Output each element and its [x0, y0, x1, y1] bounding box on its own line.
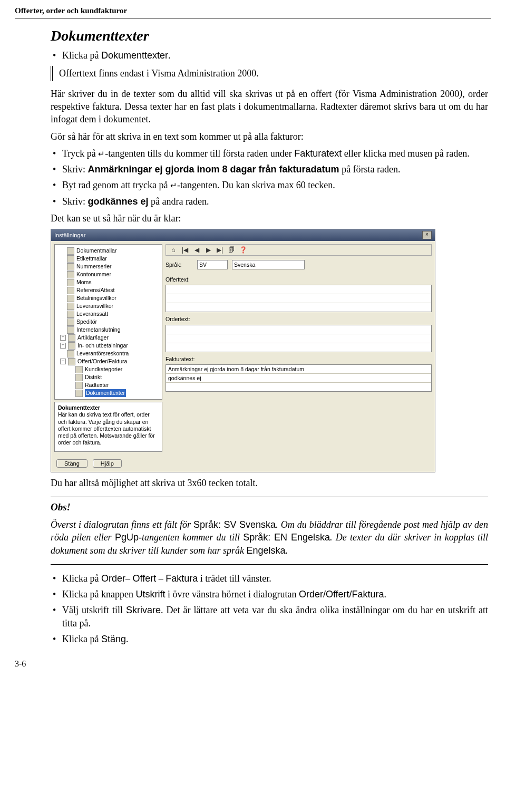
tree-item[interactable]: Leveransvillkor [57, 302, 160, 310]
folder-icon [75, 366, 83, 373]
enter-key-icon: ↵ [98, 149, 105, 158]
tree-item[interactable]: Kontonummer [57, 270, 160, 278]
ui-text: Faktura [166, 573, 198, 584]
close-icon[interactable]: × [422, 231, 432, 239]
folder-icon [75, 382, 83, 389]
fakturatext-row[interactable] [166, 383, 431, 391]
collapse-toggle[interactable]: − [60, 359, 66, 364]
callout-text: Offerttext finns endast i Visma Administ… [59, 68, 259, 79]
help-icon[interactable]: ❓ [239, 246, 247, 254]
language-name-field[interactable]: Svenska [232, 260, 305, 269]
offerttext-label: Offerttext: [166, 276, 432, 283]
content: Dokumenttexter Klicka på Dokumenttexter.… [15, 26, 491, 645]
text: -tangenten. Du kan skriva max 60 tecken. [177, 180, 335, 190]
ui-text: Offert [132, 573, 156, 584]
running-header: Offerter, order och kundfakturor [15, 0, 491, 18]
tree-item-selected[interactable]: Dokumenttexter [65, 389, 160, 397]
ui-text: Språk: SV Svenska [193, 519, 276, 530]
language-code-field[interactable]: SV [197, 260, 228, 269]
bullet-click-dokumenttexter: Klicka på Dokumenttexter. [51, 49, 488, 62]
step-write-line2: Skriv: godkännes ej på andra raden. [51, 195, 488, 208]
ui-text: Engelska [246, 545, 285, 556]
fakturatext-row[interactable]: Anmärkningar ej gjorda inom 8 dagar från… [166, 365, 431, 374]
tree-item[interactable]: Moms [57, 278, 160, 286]
text: eller klicka med musen på raden. [342, 148, 469, 159]
text: i övre vänstra hörnet i dialogrutan [165, 589, 298, 600]
copy-icon[interactable]: 🗐 [227, 246, 236, 254]
tree-item[interactable]: Speditör [57, 318, 160, 326]
user-input-text: Anmärkningar ej gjorda inom 8 dagar från… [88, 164, 339, 175]
ui-text: Utskrift [135, 589, 165, 600]
fakturatext-label: Fakturatext: [166, 355, 432, 363]
ui-text: Order/Offert/Faktura [299, 589, 384, 600]
tree-item[interactable]: Internetanslutning [57, 326, 160, 334]
note-callout: Offerttext finns endast i Visma Administ… [51, 66, 488, 81]
tree-item[interactable]: Dokumentmallar [57, 247, 160, 255]
folder-icon [68, 334, 75, 342]
tree-item[interactable]: −Offert/Order/Faktura [57, 357, 160, 365]
tree-item[interactable]: Referens/Attest [57, 286, 160, 294]
tree-item[interactable]: Radtexter [65, 381, 160, 389]
text: Klicka på knappen [62, 589, 135, 600]
ui-text: Order [101, 573, 125, 584]
text: Välj utskrift till [62, 605, 126, 615]
tree-item[interactable]: Etikettmallar [57, 255, 160, 263]
ui-text: Skrivare [126, 605, 161, 615]
home-icon[interactable]: ⌂ [169, 246, 178, 254]
text: Byt rad genom att trycka på [62, 180, 170, 190]
divider [51, 497, 488, 497]
description-title: Dokumenttexter [58, 404, 159, 411]
folder-icon [67, 295, 74, 302]
text: . [168, 50, 171, 61]
text: . [126, 634, 129, 644]
description-body: Här kan du skriva text för offert, order… [58, 411, 159, 446]
page-number: 3-6 [15, 658, 491, 670]
folder-icon [75, 390, 83, 397]
close-button[interactable]: Stäng [56, 459, 87, 468]
folder-icon [67, 287, 74, 294]
text: -tangenten tills du kommer till första r… [105, 148, 294, 159]
expand-toggle[interactable]: + [60, 343, 66, 349]
expand-toggle[interactable]: + [60, 335, 66, 341]
fakturatext-row[interactable]: godkännes ej [166, 374, 431, 383]
form-pane: ⌂ |◀ ◀ ▶ ▶| 🗐 ❓ Språk: SV Svenska Offert… [166, 244, 432, 452]
obs-heading: Obs! [51, 500, 488, 514]
first-record-icon[interactable]: |◀ [181, 246, 189, 254]
ordertext-label: Ordertext: [166, 315, 432, 323]
tree-item[interactable]: Betalningsvillkor [57, 294, 160, 302]
tree-item[interactable]: Leveranssätt [57, 310, 160, 318]
folder-icon [67, 279, 74, 286]
next-record-icon[interactable]: ▶ [204, 246, 212, 254]
fakturatext-field[interactable]: Anmärkningar ej gjorda inom 8 dagar från… [166, 364, 432, 392]
step-click-stang: Klicka på Stäng. [51, 633, 488, 645]
text: – [156, 573, 166, 584]
tree-item[interactable]: Kundkategorier [65, 365, 160, 373]
folder-icon [67, 318, 74, 326]
tree-item[interactable]: +In- och utbetalningar [57, 342, 160, 350]
tree-item[interactable]: +Artiklar/lager [57, 334, 160, 342]
tree-view[interactable]: Dokumentmallar Etikettmallar Nummerserie… [54, 244, 162, 400]
paragraph-result: Det kan se ut så här när du är klar: [51, 212, 488, 225]
tree-item[interactable]: Leverantörsreskontra [57, 350, 160, 357]
text: Tryck på [62, 148, 98, 159]
prev-record-icon[interactable]: ◀ [192, 246, 201, 254]
last-record-icon[interactable]: ▶| [216, 246, 224, 254]
tree-item[interactable]: Distrikt [65, 373, 160, 381]
menu-name: Dokumenttexter [101, 50, 168, 61]
folder-icon [68, 342, 75, 350]
tree-item[interactable]: Nummerserier [57, 263, 160, 270]
ordertext-field[interactable] [166, 325, 432, 352]
offerttext-field[interactable] [166, 285, 432, 312]
step-press-enter: Tryck på ↵-tangenten tills du kommer til… [51, 147, 488, 160]
section-title: Dokumenttexter [51, 26, 488, 46]
text: . [384, 589, 387, 600]
language-label: Språk: [166, 261, 193, 268]
help-button[interactable]: Hjälp [93, 459, 122, 468]
text: . [286, 545, 288, 556]
dialog-buttons: Stäng Hjälp [51, 455, 435, 472]
paragraph-intro: Här skriver du in de texter som du allti… [51, 88, 488, 126]
paragraph-howto: Gör så här för att skriva in en text som… [51, 130, 488, 143]
folder-icon [67, 350, 74, 357]
step-new-line: Byt rad genom att trycka på ↵-tangenten.… [51, 179, 488, 191]
text: Skriv: [62, 164, 88, 175]
